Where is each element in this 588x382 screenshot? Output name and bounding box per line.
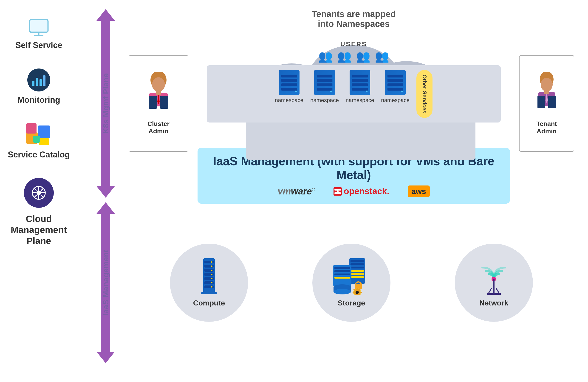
- svg-rect-96: [335, 267, 350, 269]
- namespace-item-3: namespace: [346, 70, 374, 118]
- svg-rect-21: [149, 96, 157, 109]
- compute-icon: [198, 258, 220, 295]
- namespace-item-4: namespace: [381, 70, 410, 118]
- k8s-mgmt-label: K8s Mgmt Plane: [101, 46, 110, 161]
- blocks-icon: [26, 123, 51, 146]
- svg-point-74: [211, 261, 212, 263]
- compute-circle: Compute: [170, 244, 248, 322]
- k8s-arrow-up-head: [96, 9, 115, 21]
- svg-point-76: [211, 266, 212, 267]
- sidebar-item-service-catalog[interactable]: Service Catalog: [8, 123, 70, 159]
- svg-rect-24: [156, 91, 161, 95]
- cloud-label-line2: into Namespaces: [198, 19, 510, 29]
- storage-label: Storage: [338, 299, 365, 307]
- k8s-mgmt-arrow-container: K8s Mgmt Plane: [92, 9, 119, 198]
- svg-rect-22: [160, 96, 168, 109]
- namespace-label-3: namespace: [346, 97, 374, 103]
- svg-rect-108: [353, 292, 355, 293]
- cluster-admin-label: Cluster Admin: [147, 120, 169, 135]
- monitoring-circle-icon: [27, 68, 50, 91]
- network-circle: Network: [455, 244, 533, 322]
- svg-rect-99: [335, 277, 350, 279]
- user-group-1: 👥: [318, 50, 333, 63]
- server-icon-4: [385, 70, 406, 95]
- users-label: USERS: [207, 41, 501, 48]
- aws-logo: aws: [408, 185, 430, 197]
- sidebar-item-cloud-management-plane[interactable]: Cloud Management Plane: [11, 178, 67, 247]
- server-icon-3: [350, 70, 370, 95]
- cloud-top-label: Tenants are mapped into Namespaces: [198, 9, 510, 29]
- svg-point-19: [152, 77, 165, 92]
- cloud-shape-container: USERS 👥 👥 👥 👥: [198, 34, 510, 134]
- sidebar-item-monitoring[interactable]: Monitoring: [18, 68, 60, 105]
- svg-rect-89: [351, 260, 364, 262]
- openstack-logo: openstack.: [334, 186, 389, 196]
- server-icon-1: [279, 70, 299, 95]
- svg-rect-64: [337, 191, 338, 192]
- monitor-icon: [28, 18, 49, 37]
- main-content: K8s Mgmt Plane: [78, 0, 588, 382]
- svg-rect-63: [335, 192, 341, 194]
- svg-rect-2: [34, 35, 43, 36]
- svg-point-78: [211, 270, 212, 271]
- svg-rect-92: [351, 270, 364, 272]
- svg-point-82: [211, 278, 212, 279]
- svg-rect-87: [201, 292, 217, 294]
- namespace-item-1: namespace: [275, 70, 303, 118]
- cloud-content: USERS 👥 👥 👥 👥: [198, 34, 510, 134]
- storage-icon: [333, 258, 370, 295]
- sidebar: Self Service Monitoring: [0, 0, 78, 382]
- iaas-logos-row: vmware® openstack. aws: [211, 185, 496, 197]
- sidebar-item-self-service[interactable]: Self Service: [15, 18, 62, 50]
- svg-point-86: [211, 286, 212, 288]
- user-group-3: 👥: [356, 50, 370, 63]
- svg-line-14: [34, 188, 37, 191]
- svg-rect-5: [38, 126, 50, 138]
- svg-point-84: [211, 282, 212, 283]
- svg-rect-4: [26, 123, 37, 134]
- svg-point-9: [37, 191, 41, 195]
- tenant-admin-avatar: [535, 72, 558, 118]
- kubernetes-circle-icon: [24, 178, 54, 208]
- svg-rect-91: [351, 267, 364, 269]
- namespaces-row: namespace namespace: [207, 65, 501, 122]
- svg-point-66: [541, 78, 553, 91]
- cluster-admin-figure: [147, 72, 170, 118]
- svg-rect-106: [357, 288, 358, 290]
- iaas-arrow-down-head: [96, 352, 115, 363]
- namespace-label-4: namespace: [381, 97, 410, 103]
- svg-rect-71: [544, 90, 549, 94]
- cloud-namespaces-area: Tenants are mapped into Namespaces: [198, 9, 510, 198]
- svg-rect-62: [335, 189, 341, 191]
- namespace-label-2: namespace: [310, 97, 339, 103]
- user-group-4: 👥: [375, 50, 389, 63]
- svg-rect-69: [548, 96, 556, 108]
- cloud-label-line1: Tenants are mapped: [198, 9, 510, 19]
- sidebar-item-cmp-label: Cloud Management Plane: [11, 213, 67, 247]
- iaas-mgmt-label: IaaS Management: [101, 237, 110, 329]
- network-label: Network: [479, 299, 508, 307]
- storage-circle: Storage: [312, 244, 390, 322]
- svg-line-15: [41, 195, 43, 198]
- svg-line-17: [34, 195, 37, 198]
- svg-rect-109: [360, 292, 362, 293]
- namespace-label-1: namespace: [275, 97, 303, 103]
- svg-rect-6: [39, 138, 49, 145]
- vmware-logo: vmware®: [278, 186, 315, 197]
- sidebar-item-service-catalog-label: Service Catalog: [8, 150, 70, 159]
- svg-rect-0: [30, 20, 48, 32]
- svg-point-80: [211, 274, 212, 275]
- network-icon: [475, 258, 512, 295]
- svg-line-115: [488, 288, 492, 294]
- top-section: K8s Mgmt Plane: [92, 9, 574, 198]
- bottom-section: IaaS Management: [92, 202, 574, 363]
- iaas-arrow-up-head: [96, 202, 115, 214]
- bar-chart-icon: [32, 74, 45, 86]
- svg-rect-7: [33, 136, 40, 143]
- svg-rect-68: [537, 96, 545, 108]
- svg-line-116: [496, 288, 500, 294]
- svg-rect-93: [351, 273, 364, 275]
- server-icon-2: [314, 70, 335, 95]
- svg-point-102: [334, 289, 351, 294]
- tenant-admin-box: Tenant Admin: [519, 55, 574, 152]
